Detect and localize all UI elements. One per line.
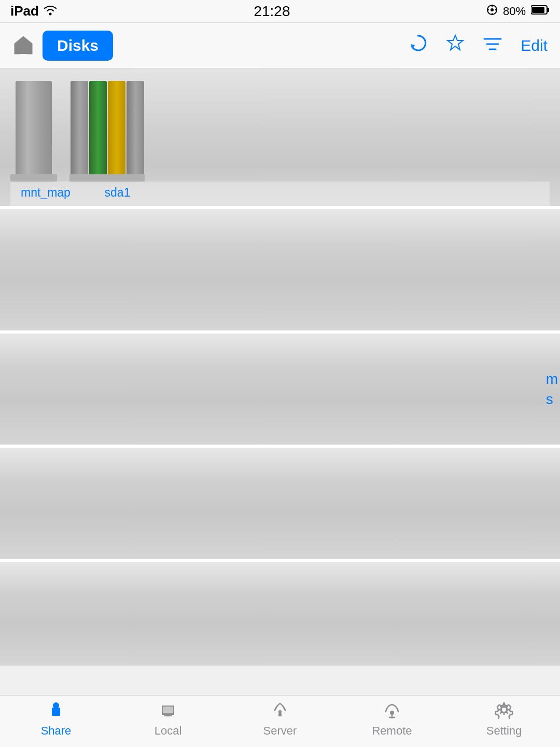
svg-line-37 [501, 712, 502, 713]
mnt-map-bar [16, 81, 52, 174]
svg-line-35 [507, 712, 508, 713]
filter-icon[interactable] [483, 35, 502, 57]
bar-yellow-middle [108, 81, 125, 174]
svg-line-36 [507, 706, 508, 707]
panel-1 [0, 209, 560, 334]
star-icon[interactable] [446, 34, 465, 57]
tab-bar: Share Local Server [0, 695, 560, 747]
disks-button[interactable]: Disks [43, 31, 113, 61]
nav-right: Edit [409, 34, 548, 57]
mnt-map-foot [10, 174, 57, 182]
status-right: 80% [486, 4, 550, 19]
tab-local-label: Local [155, 724, 182, 738]
edge-line2: s [546, 389, 558, 409]
tab-setting-label: Setting [486, 724, 522, 738]
panel-2: m s [0, 334, 560, 448]
location-icon [486, 4, 498, 19]
edge-line1: m [546, 369, 558, 389]
setting-icon [495, 700, 513, 721]
bar-green-middle [89, 81, 107, 174]
home-icon[interactable] [12, 34, 34, 57]
main-content: mnt_map sda1 m s [0, 68, 560, 695]
svg-rect-21 [163, 707, 173, 713]
tab-remote-label: Remote [372, 724, 412, 738]
bar-gray-right [127, 81, 144, 174]
time-display: 21:28 [254, 3, 290, 20]
svg-rect-9 [532, 7, 544, 13]
svg-point-22 [278, 710, 282, 713]
disk-label-mnt-map: mnt_map [21, 186, 67, 200]
svg-point-2 [491, 8, 494, 11]
tab-local[interactable]: Local [137, 700, 199, 738]
panel-3 [0, 448, 560, 562]
svg-rect-23 [278, 713, 282, 716]
status-bar: iPad 21:28 80% [0, 0, 560, 23]
svg-rect-10 [20, 48, 26, 54]
disk-labels: mnt_map sda1 [10, 182, 550, 206]
remote-icon [383, 700, 401, 721]
svg-point-17 [53, 702, 59, 709]
refresh-icon[interactable] [409, 34, 427, 57]
disk-section: mnt_map sda1 [0, 68, 560, 209]
sda1-bars [71, 81, 144, 174]
local-icon [159, 700, 177, 721]
battery-percent: 80% [503, 5, 526, 18]
svg-line-34 [501, 706, 502, 707]
share-icon [47, 700, 65, 721]
nav-bar: Disks Edit [0, 23, 560, 68]
svg-rect-20 [164, 715, 172, 716]
svg-rect-18 [54, 714, 58, 716]
edge-text: m s [546, 369, 560, 409]
sda1-foot [69, 174, 145, 182]
battery-icon [531, 5, 550, 18]
status-left: iPad [10, 3, 58, 19]
svg-rect-8 [547, 8, 549, 12]
svg-point-0 [49, 13, 51, 16]
edit-button[interactable]: Edit [521, 37, 548, 54]
disk-item-mnt-map[interactable] [10, 81, 57, 182]
tab-share[interactable]: Share [25, 700, 87, 738]
wifi-icon [43, 3, 58, 19]
disk-item-sda1[interactable] [69, 81, 145, 182]
server-icon [271, 700, 289, 721]
tab-server-label: Server [263, 724, 297, 738]
panel-4 [0, 562, 560, 666]
svg-marker-12 [447, 35, 463, 50]
nav-left: Disks [12, 31, 113, 61]
tab-setting[interactable]: Setting [473, 700, 535, 738]
tab-server[interactable]: Server [249, 700, 311, 738]
tab-remote[interactable]: Remote [361, 700, 423, 738]
tab-share-label: Share [41, 724, 72, 738]
device-label: iPad [10, 3, 39, 19]
bar-gray-left [71, 81, 88, 174]
disk-label-sda1: sda1 [80, 186, 155, 200]
